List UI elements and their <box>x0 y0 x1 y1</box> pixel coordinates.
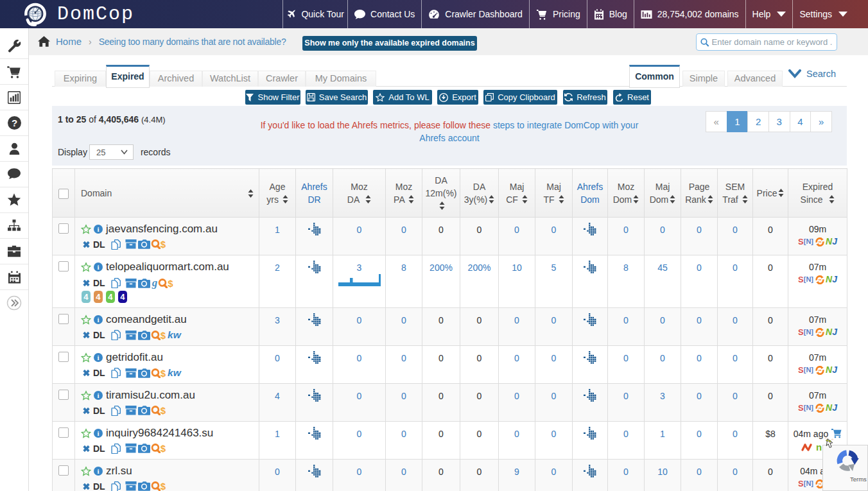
svg-text:?: ? <box>11 117 17 128</box>
